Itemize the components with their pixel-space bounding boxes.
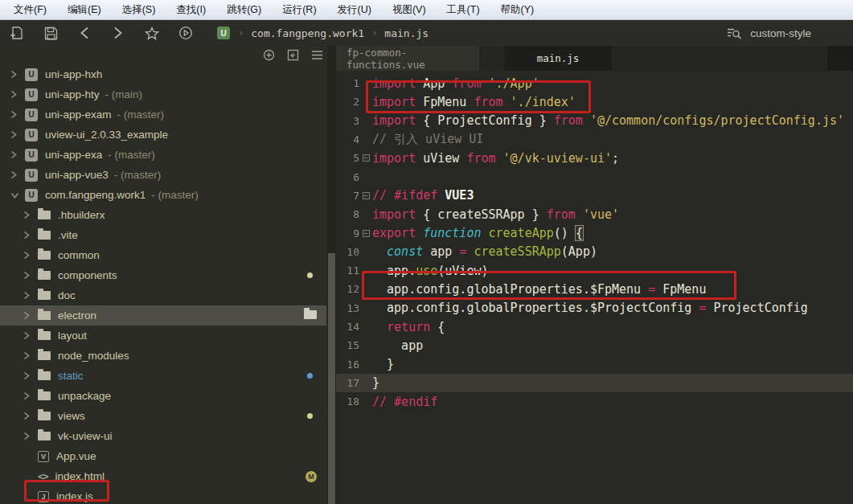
code-line-5[interactable]: 5−import uView from '@/vk-uview-ui'; (336, 149, 853, 167)
locate-file-icon[interactable] (263, 49, 275, 61)
tree-item-uni-app-hxh[interactable]: Uuni-app-hxh (0, 64, 326, 84)
tree-item-index-html[interactable]: <>index.htmlM (0, 466, 326, 486)
code-line-12[interactable]: 12 app.config.globalProperties.$FpMenu =… (336, 280, 853, 298)
code-line-15[interactable]: 15 app (336, 336, 853, 354)
chevron-right-icon[interactable] (10, 90, 23, 99)
tree-item-doc[interactable]: doc (0, 285, 326, 305)
menu-item-u[interactable]: 发行(U) (327, 0, 382, 19)
code-line-16[interactable]: 16 } (336, 354, 853, 373)
chevron-right-icon[interactable] (10, 130, 23, 139)
chevron-right-icon[interactable] (23, 371, 35, 380)
code-line-9[interactable]: 9−export function createApp() { (336, 223, 853, 242)
code-line-10[interactable]: 10 const app = createSSRApp(App) (336, 243, 853, 261)
tree-item-components[interactable]: components (0, 265, 326, 285)
tree-item-views[interactable]: views (0, 406, 326, 426)
tree-item-uni-app-hty[interactable]: Uuni-app-hty- (main) (0, 84, 326, 104)
chevron-right-icon[interactable] (10, 110, 23, 119)
reveal-folder-icon[interactable] (304, 309, 317, 322)
code-line-7[interactable]: 7−// #ifdef VUE3 (336, 186, 853, 205)
menu-item-s[interactable]: 选择(S) (112, 0, 166, 19)
chevron-right-icon[interactable] (23, 251, 35, 260)
code-area[interactable]: 1import App from './App'2import FpMenu f… (336, 71, 853, 411)
code-line-11[interactable]: 11 app.use(uView) (336, 261, 853, 280)
tab-fp-common-functions-vue[interactable]: fp-common-functions.vue (336, 46, 479, 71)
tree-item-uni-app-vue3[interactable]: Uuni-app-vue3- (master) (0, 165, 326, 185)
code-line-4[interactable]: 4// 引入 uView UI (336, 130, 853, 149)
code-line-13[interactable]: 13 app.config.globalProperties.$ProjectC… (336, 299, 853, 318)
code-line-2[interactable]: 2import FpMenu from './index' (336, 92, 853, 111)
command-search-box[interactable]: custom-style (727, 27, 811, 39)
chevron-right-icon[interactable] (23, 231, 35, 240)
forward-button[interactable] (101, 27, 135, 39)
code-text: const app = createSSRApp(App) (372, 244, 853, 259)
save-button[interactable] (34, 27, 68, 40)
chevron-right-icon[interactable] (23, 211, 35, 219)
chevron-right-icon[interactable] (23, 351, 35, 360)
chevron-right-icon[interactable] (10, 70, 23, 79)
chevron-right-icon[interactable] (23, 311, 35, 320)
menu-item-g[interactable]: 跳转(G) (216, 0, 272, 19)
sidebar-scrollbar-thumb[interactable] (328, 253, 335, 504)
tree-item-layout[interactable]: layout (0, 326, 326, 346)
menu-item-v[interactable]: 视图(V) (382, 0, 437, 19)
breadcrumb-project[interactable]: com.fangpeng.work1 (251, 27, 364, 39)
tree-item-uni-app-exa[interactable]: Uuni-app-exa- (master) (0, 145, 326, 165)
menu-item-f[interactable]: 文件(F) (3, 0, 57, 19)
code-line-14[interactable]: 14 return { (336, 318, 853, 336)
code-text: return { (372, 320, 853, 334)
tree-item-electron[interactable]: electron (0, 305, 326, 326)
tree-item-node-modules[interactable]: node_modules (0, 346, 326, 366)
tree-item-app-vue[interactable]: VApp.vue (0, 446, 326, 466)
tree-item-unpackage[interactable]: unpackage (0, 386, 326, 406)
run-button[interactable] (169, 26, 203, 40)
folder-icon (38, 231, 51, 240)
tree-item-vk-uview-ui[interactable]: vk-uview-ui (0, 426, 326, 446)
tab-main-js[interactable]: main.js (504, 46, 612, 71)
tree-item-com-fangpeng-work1[interactable]: Ucom.fangpeng.work1- (master) (0, 185, 326, 205)
tree-item-common[interactable]: common (0, 245, 326, 265)
code-line-8[interactable]: 8import { createSSRApp } from 'vue' (336, 205, 853, 223)
chevron-down-icon[interactable] (10, 192, 23, 199)
code-line-18[interactable]: 18// #endif (336, 392, 853, 411)
tree-item-static[interactable]: static (0, 366, 326, 386)
back-button[interactable] (68, 27, 101, 39)
tree-item-label: vk-uview-ui (58, 430, 113, 442)
code-line-1[interactable]: 1import App from './App' (336, 74, 853, 92)
tree-item-index-js[interactable]: Jindex.js (0, 486, 326, 504)
code-line-6[interactable]: 6 (336, 167, 853, 186)
tree-item-label: uni-app-vue3 (45, 169, 109, 181)
chevron-right-icon[interactable] (23, 391, 35, 400)
folder-icon (38, 311, 51, 320)
tree-item-uni-app-exam[interactable]: Uuni-app-exam- (master) (0, 104, 326, 125)
tree-item-uview-ui-2-0-33-example[interactable]: Uuview-ui_2.0.33_example (0, 125, 326, 145)
chevron-right-icon[interactable] (10, 170, 23, 179)
chevron-right-icon[interactable] (10, 150, 23, 159)
chevron-right-icon[interactable] (23, 412, 35, 420)
new-file-button[interactable] (0, 26, 34, 40)
menu-item-y[interactable]: 帮助(Y) (490, 0, 545, 19)
fold-marker-icon[interactable]: − (359, 154, 372, 162)
breadcrumb-file[interactable]: main.js (384, 27, 429, 39)
collapse-all-icon[interactable] (287, 49, 299, 61)
bookmark-star-button[interactable] (135, 27, 169, 40)
chevron-right-icon[interactable] (23, 331, 35, 340)
line-number: 18 (336, 395, 359, 408)
tree-item-hbuilderx[interactable]: .hbuilderx (0, 205, 326, 225)
menu-item-t[interactable]: 工具(T) (437, 0, 490, 19)
menu-item-r[interactable]: 运行(R) (272, 0, 326, 19)
chevron-right-icon[interactable] (23, 291, 35, 300)
chevron-right-icon[interactable] (23, 432, 35, 440)
fold-marker-icon[interactable]: − (359, 230, 372, 237)
menu-item-i[interactable]: 查找(I) (166, 0, 216, 19)
fold-marker-icon[interactable]: − (359, 192, 372, 199)
menu-item-e[interactable]: 编辑(E) (57, 0, 112, 19)
explorer-menu-icon[interactable] (311, 50, 323, 60)
chevron-right-icon[interactable] (23, 271, 35, 280)
code-line-3[interactable]: 3import { ProjectConfig } from '@/common… (336, 112, 853, 130)
uniapp-icon: U (25, 169, 38, 182)
status-dot (307, 413, 313, 419)
tree-item-label: views (58, 410, 85, 422)
sidebar-scrollbar[interactable] (327, 46, 336, 504)
code-line-17[interactable]: 17} (336, 374, 853, 392)
tree-item-vite[interactable]: .vite (0, 225, 326, 245)
